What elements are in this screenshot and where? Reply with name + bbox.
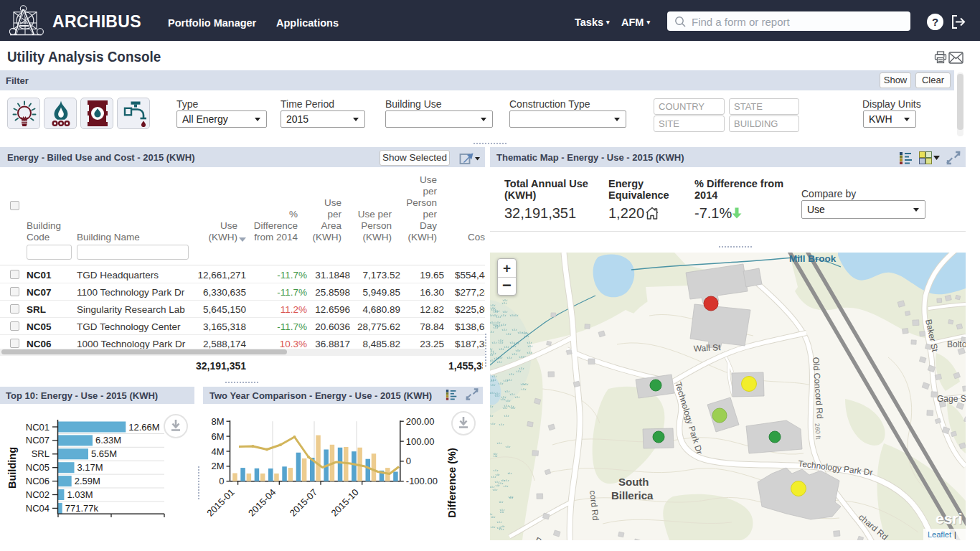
svg-text:2015-10: 2015-10	[329, 486, 360, 518]
svg-text:|: |	[954, 530, 956, 539]
svg-text:SRL: SRL	[32, 448, 50, 459]
svg-text:Wall St: Wall St	[693, 342, 721, 354]
svg-text:1.03M: 1.03M	[67, 489, 93, 500]
svg-text:5.65M: 5.65M	[91, 448, 117, 459]
svg-text:Leaflet: Leaflet	[928, 530, 951, 539]
svg-text:NC01: NC01	[26, 422, 50, 433]
svg-text:100.00: 100.00	[406, 436, 435, 447]
svg-text:NC06: NC06	[26, 476, 50, 486]
svg-text:8M: 8M	[211, 416, 224, 427]
svg-text:771.77k: 771.77k	[65, 503, 99, 514]
svg-text:Building: Building	[6, 447, 18, 489]
svg-text:Gage S: Gage S	[937, 394, 966, 404]
svg-text:NC05: NC05	[26, 462, 50, 473]
svg-text:2015-01: 2015-01	[204, 486, 236, 518]
svg-text:2M: 2M	[211, 461, 224, 471]
svg-text:Difference (%): Difference (%)	[446, 448, 458, 518]
svg-text:6.33M: 6.33M	[95, 435, 121, 446]
svg-text:Billerica: Billerica	[611, 489, 654, 501]
svg-text:2015-07: 2015-07	[288, 486, 319, 518]
svg-text:0: 0	[219, 476, 224, 486]
svg-text:3.17M: 3.17M	[77, 462, 103, 473]
svg-text:esri: esri	[936, 510, 962, 527]
svg-text:NC02: NC02	[26, 489, 50, 500]
svg-text:12.66M: 12.66M	[128, 422, 159, 433]
svg-text:260 ft: 260 ft	[814, 423, 822, 440]
svg-text:6M: 6M	[211, 431, 224, 442]
svg-text:0: 0	[406, 456, 411, 466]
svg-text:Bolton: Bolton	[947, 339, 966, 349]
svg-text:2015-04: 2015-04	[246, 486, 278, 518]
svg-text:-100.00: -100.00	[406, 476, 438, 486]
svg-text:200.00: 200.00	[406, 416, 435, 427]
svg-text:NC07: NC07	[26, 435, 50, 446]
svg-text:2.59M: 2.59M	[75, 476, 100, 486]
svg-text:NC04: NC04	[26, 503, 50, 514]
svg-text:4M: 4M	[211, 446, 224, 457]
svg-text:Mill Brook: Mill Brook	[789, 253, 837, 264]
svg-text:South: South	[618, 476, 649, 488]
